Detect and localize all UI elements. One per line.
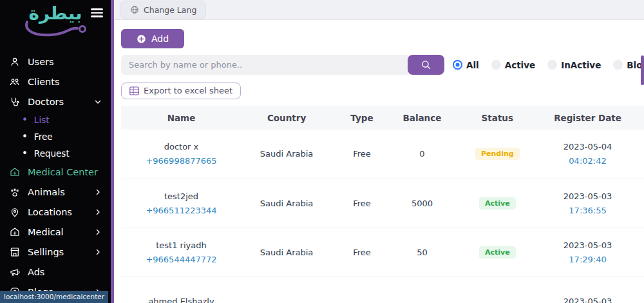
table-row: test2jed+966511223344Saudi ArabiaFree500… (121, 179, 644, 228)
chevron-right-icon (94, 228, 102, 236)
change-lang-label: Change Lang (144, 5, 196, 15)
content: Add AllActiveInActiveBlockedOffline Expo… (114, 20, 644, 303)
filter-all[interactable]: All (453, 60, 479, 70)
column-header-country: Country (242, 106, 332, 130)
sidebar-item-ads[interactable]: Ads (0, 262, 111, 282)
chevron-right-icon (94, 248, 102, 256)
radio-icon[interactable] (453, 60, 462, 70)
doctor-name: test1 riyadh (156, 240, 206, 250)
sidebar-item-label: Medical Center (28, 167, 98, 177)
sellings-icon (9, 246, 21, 258)
scrollbar-thumb[interactable] (641, 55, 644, 85)
bullet-icon: • (22, 114, 28, 126)
sidebar-item-locations[interactable]: Locations (0, 202, 111, 222)
filter-label: All (466, 60, 479, 70)
sidebar-subitem-label: List (34, 115, 50, 125)
cell-register-date: 2023-05-03 (542, 277, 632, 303)
change-lang-button[interactable]: Change Lang (120, 1, 206, 19)
cell-action: Actions (633, 179, 644, 228)
filter-label: Active (505, 60, 536, 70)
search-button[interactable] (408, 55, 444, 75)
sidebar-subitem-list[interactable]: •List (0, 112, 111, 128)
status-filters: AllActiveInActiveBlockedOffline (453, 60, 644, 70)
doctor-phone-link[interactable]: +966544447772 (121, 255, 242, 264)
sidebar-subitem-label: Free (34, 132, 53, 142)
cell-type: Free (332, 228, 392, 277)
doctors-icon (9, 96, 21, 108)
sidebar-item-doctors[interactable]: Doctors (0, 92, 111, 112)
cell-name: ahmed Elshazly (121, 277, 242, 303)
sidebar-item-sellings[interactable]: Sellings (0, 242, 111, 262)
cell-country (242, 277, 332, 303)
add-button[interactable]: Add (121, 29, 184, 48)
doctor-name: doctor x (164, 142, 199, 152)
doctor-phone-link[interactable]: +966998877665 (121, 156, 242, 166)
medical-center-icon (9, 166, 21, 178)
cell-type: Free (332, 179, 392, 228)
medical-icon (9, 226, 21, 238)
cell-type (332, 277, 392, 303)
cell-country: Saudi Arabia (242, 130, 332, 179)
register-date: 2023-05-03 (564, 297, 612, 303)
clients-icon (9, 76, 21, 88)
cell-name: test1 riyadh+966544447772 (121, 228, 242, 277)
globe-icon (130, 5, 139, 14)
doctors-table: NameCountryTypeBalanceStatusRegister Dat… (121, 106, 644, 303)
doctor-name: ahmed Elshazly (148, 297, 214, 303)
sidebar-item-label: Doctors (28, 97, 64, 107)
radio-icon[interactable] (613, 60, 623, 70)
filter-blocked[interactable]: Blocked (613, 60, 644, 70)
column-header-name: Name (121, 106, 242, 130)
animals-icon (9, 186, 21, 198)
chevron-right-icon (94, 188, 102, 196)
table-header-row: NameCountryTypeBalanceStatusRegister Dat… (121, 106, 644, 130)
status-url-tooltip: localhost:3000/medicalcenter (0, 291, 108, 303)
cell-status: Active (452, 179, 542, 228)
users-icon (9, 56, 21, 68)
filter-active[interactable]: Active (491, 60, 536, 70)
cell-name: test2jed+966511223344 (121, 179, 242, 228)
filter-inactive[interactable]: InActive (547, 60, 601, 70)
table-row: doctor x+966998877665Saudi ArabiaFree0Pe… (121, 130, 644, 179)
search-input[interactable] (121, 55, 408, 75)
column-header-balance: Balance (392, 106, 452, 130)
cell-action: Actions (633, 228, 644, 277)
filter-label: InActive (561, 60, 601, 70)
column-header-action: Action (633, 106, 644, 130)
register-time: 17:36:55 (542, 206, 632, 215)
sidebar-item-label: Sellings (28, 247, 64, 257)
doctor-name: test2jed (164, 191, 198, 201)
sidebar-item-clients[interactable]: Clients (0, 72, 111, 92)
sidebar-subitem-free[interactable]: •Free (0, 128, 111, 145)
register-date: 2023-05-03 (564, 240, 612, 250)
radio-icon[interactable] (491, 60, 501, 70)
column-header-status: Status (452, 106, 542, 130)
search-row: AllActiveInActiveBlockedOffline (121, 55, 644, 75)
cell-balance (392, 277, 452, 303)
cell-status: Pending (452, 130, 542, 179)
status-badge: Pending (475, 148, 520, 160)
locations-icon (9, 206, 21, 218)
sidebar-item-users[interactable]: Users (0, 52, 111, 72)
sidebar-item-label: Ads (28, 267, 44, 277)
sidebar-nav: UsersClientsDoctors•List•Free•RequestMed… (0, 43, 111, 302)
table-row: test1 riyadh+966544447772Saudi ArabiaFre… (121, 228, 644, 277)
doctor-phone-link[interactable]: +966511223344 (121, 206, 242, 215)
menu-toggle-icon[interactable] (91, 6, 103, 19)
export-excel-button[interactable]: Export to excel sheet (121, 83, 241, 99)
sidebar-subitem-label: Request (34, 148, 70, 159)
cell-balance: 5000 (392, 179, 452, 228)
radio-icon[interactable] (547, 60, 557, 70)
sidebar-item-medical[interactable]: Medical (0, 222, 111, 242)
sidebar-item-label: Locations (28, 207, 72, 217)
search-icon (421, 59, 431, 70)
sidebar-item-medical-center[interactable]: Medical Center (0, 162, 111, 182)
status-badge: Active (479, 246, 516, 259)
ads-icon (9, 266, 21, 278)
sidebar-item-animals[interactable]: Animals (0, 182, 111, 202)
status-badge: Active (479, 197, 516, 210)
plus-circle-icon (137, 34, 146, 44)
cell-register-date: 2023-05-0317:36:55 (542, 179, 632, 228)
sidebar-subitem-request[interactable]: •Request (0, 145, 111, 162)
cell-register-date: 2023-05-0404:02:42 (542, 130, 632, 179)
